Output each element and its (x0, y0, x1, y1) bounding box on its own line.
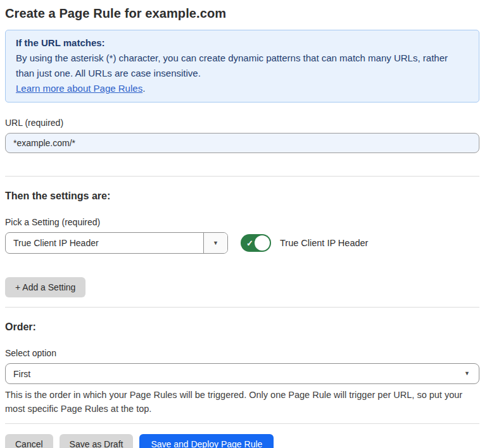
setting-row: True Client IP Header ▼ ✓ True Client IP… (5, 232, 479, 254)
order-section-heading: Order: (5, 321, 479, 333)
url-field-label: URL (required) (5, 118, 479, 128)
setting-toggle-label: True Client IP Header (280, 238, 368, 248)
settings-section-heading: Then the settings are: (5, 190, 479, 202)
setting-picker-label: Pick a Setting (required) (5, 217, 479, 227)
footer-divider (5, 423, 479, 424)
setting-toggle[interactable]: ✓ (241, 234, 271, 252)
setting-select[interactable]: True Client IP Header ▼ (5, 232, 228, 254)
link-suffix: . (142, 83, 145, 94)
order-select-label: Select option (5, 348, 479, 358)
learn-more-link[interactable]: Learn more about Page Rules (16, 83, 142, 94)
order-select-value: First (13, 369, 30, 379)
page-title: Create a Page Rule for example.com (5, 6, 479, 21)
save-draft-button[interactable]: Save as Draft (60, 434, 134, 448)
info-box-link-line: Learn more about Page Rules. (16, 81, 469, 96)
caret-down-icon: ▼ (213, 240, 218, 246)
setting-select-caret-box: ▼ (203, 233, 227, 253)
url-match-info-box: If the URL matches: By using the asteris… (5, 30, 479, 103)
caret-down-icon: ▼ (464, 371, 470, 376)
setting-select-value: True Client IP Header (6, 238, 99, 248)
cancel-button[interactable]: Cancel (5, 434, 53, 448)
order-help-text: This is the order in which your Page Rul… (5, 388, 479, 416)
add-setting-button[interactable]: + Add a Setting (5, 277, 85, 297)
url-input[interactable] (5, 133, 479, 153)
order-select[interactable]: First ▼ (5, 363, 479, 384)
info-box-body: By using the asterisk (*) character, you… (16, 53, 448, 78)
section-divider (5, 307, 479, 308)
toggle-knob (255, 235, 270, 251)
save-deploy-button[interactable]: Save and Deploy Page Rule (139, 434, 274, 448)
section-divider (5, 176, 479, 177)
check-icon: ✓ (246, 239, 253, 248)
info-box-heading: If the URL matches: (16, 35, 469, 51)
footer-actions: Cancel Save as Draft Save and Deploy Pag… (5, 434, 479, 448)
page-rule-form: Create a Page Rule for example.com If th… (0, 0, 487, 448)
